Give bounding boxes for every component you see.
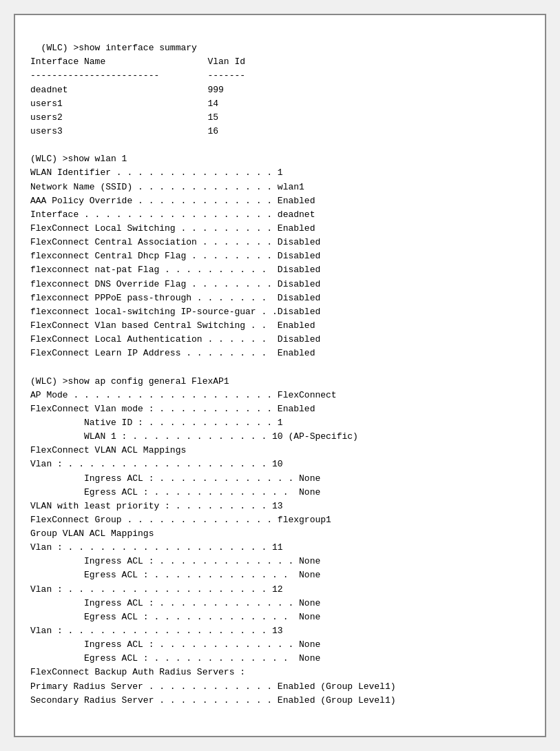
terminal-text: (WLC) >show interface summary Interface … (30, 43, 396, 706)
terminal-output: (WLC) >show interface summary Interface … (14, 14, 546, 737)
